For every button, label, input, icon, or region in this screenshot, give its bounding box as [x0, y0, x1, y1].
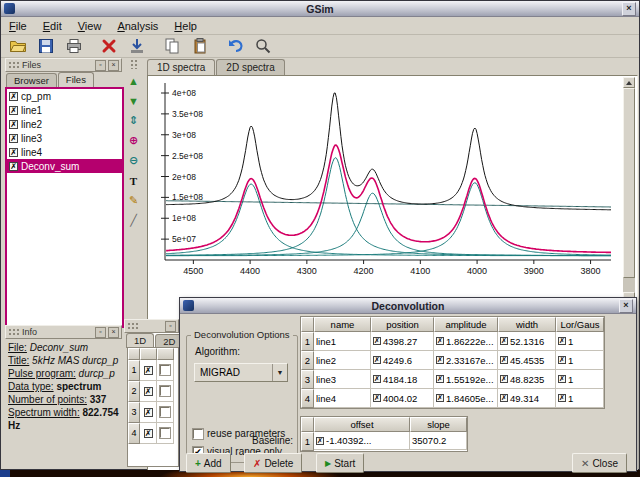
export-button[interactable]	[125, 34, 149, 58]
fix-toggle[interactable]	[558, 356, 566, 364]
fix-toggle[interactable]	[436, 356, 444, 364]
table-row[interactable]: 4 line4 4004.02 1.84605e... 49.314 1	[301, 389, 604, 408]
hide-spectrum-icon[interactable]	[9, 106, 18, 115]
files-dock-header[interactable]: Files	[5, 58, 122, 72]
menu-file[interactable]: File	[1, 19, 35, 33]
reuse-parameters-checkbox[interactable]	[193, 429, 203, 439]
zoom-in-button[interactable]: ⊕	[125, 132, 142, 149]
plot-scrollbar[interactable]	[623, 77, 635, 303]
dock-grip[interactable]	[8, 61, 20, 69]
scale-down-button[interactable]: ▼	[125, 92, 142, 109]
fix-toggle[interactable]	[436, 375, 444, 383]
line-tool-button[interactable]: ╱	[125, 212, 142, 229]
autoscale-button[interactable]: ⇕	[125, 112, 142, 129]
menu-edit[interactable]: Edit	[35, 19, 70, 33]
lorgaus-cell[interactable]: 1	[556, 389, 604, 408]
dock-float-button[interactable]	[95, 327, 106, 338]
dock-grip[interactable]	[130, 59, 138, 69]
scroll-up-button[interactable]	[623, 77, 635, 88]
scrollbar-thumb[interactable]	[623, 88, 635, 278]
table-row[interactable]: 1 -1.40392... 35070.2	[301, 432, 467, 451]
list-item[interactable]: cp_pm	[7, 89, 122, 103]
process-table[interactable]: 1 2 3 4	[127, 347, 179, 467]
hide-spectrum-icon[interactable]	[9, 162, 18, 171]
list-item[interactable]: Deconv_sum	[7, 159, 122, 173]
window-close-button[interactable]	[622, 2, 636, 16]
lorgaus-cell[interactable]: 1	[556, 370, 604, 389]
tab-2d-spectra[interactable]: 2D spectra	[216, 59, 284, 75]
position-cell[interactable]: 4398.27	[371, 332, 434, 351]
baseline-table[interactable]: offset slope 1 -1.40392... 35070.2	[300, 416, 468, 452]
lorgaus-cell[interactable]: 1	[556, 351, 604, 370]
width-cell[interactable]: 49.314	[498, 389, 556, 408]
process-checkbox[interactable]	[160, 386, 170, 396]
table-row[interactable]: 3	[128, 402, 178, 423]
name-cell[interactable]: line4	[314, 389, 371, 408]
list-item[interactable]: line2	[7, 117, 122, 131]
lorgaus-cell[interactable]: 1	[556, 332, 604, 351]
process-toggle[interactable]	[144, 387, 153, 396]
tab-1d-spectra[interactable]: 1D spectra	[147, 59, 215, 75]
fix-toggle[interactable]	[373, 356, 381, 364]
slope-cell[interactable]: 35070.2	[410, 432, 467, 450]
menu-analysis[interactable]: Analysis	[109, 19, 166, 33]
process-checkbox[interactable]	[160, 407, 170, 417]
fix-toggle[interactable]	[373, 394, 381, 402]
zoom-out-button[interactable]: ⊖	[125, 152, 142, 169]
start-button[interactable]: ▶Start	[316, 453, 364, 473]
fix-toggle[interactable]	[316, 437, 324, 445]
width-cell[interactable]: 48.8235	[498, 370, 556, 389]
paste-button[interactable]	[188, 34, 212, 58]
fix-toggle[interactable]	[558, 337, 566, 345]
list-item[interactable]: line1	[7, 103, 122, 117]
process-dock-header[interactable]	[124, 319, 179, 333]
table-row[interactable]: 3 line3 4184.18 1.55192e... 48.8235 1	[301, 370, 604, 389]
name-cell[interactable]: line2	[314, 351, 371, 370]
process-toggle[interactable]	[144, 366, 153, 375]
fix-toggle[interactable]	[558, 375, 566, 383]
add-button[interactable]: +Add	[186, 453, 231, 473]
tab-files[interactable]: Files	[58, 72, 94, 87]
draw-tool-button[interactable]: ✎	[125, 192, 142, 209]
table-row[interactable]: 1 line1 4398.27 1.86222e... 52.1316 1	[301, 332, 604, 351]
peaks-table[interactable]: name position amplitude width Lor/Gaus 1…	[300, 316, 605, 409]
position-cell[interactable]: 4004.02	[371, 389, 434, 408]
position-cell[interactable]: 4249.6	[371, 351, 434, 370]
tab-1d[interactable]: 1D	[126, 333, 154, 348]
hide-spectrum-icon[interactable]	[9, 120, 18, 129]
scale-up-button[interactable]: ▲	[125, 72, 142, 89]
undo-button[interactable]	[223, 34, 247, 58]
menu-help[interactable]: Help	[166, 19, 205, 33]
offset-cell[interactable]: -1.40392...	[314, 432, 410, 450]
process-checkbox[interactable]	[160, 428, 170, 438]
save-button[interactable]	[34, 34, 58, 58]
file-list[interactable]: cp_pm line1 line2 line3 line4 Deconv_sum	[5, 87, 124, 328]
fix-toggle[interactable]	[558, 394, 566, 402]
delete-button[interactable]: ✗Delete	[244, 453, 302, 473]
hide-spectrum-icon[interactable]	[9, 92, 18, 101]
titlebar[interactable]: GSim	[1, 1, 639, 17]
zoom-button[interactable]	[251, 34, 275, 58]
dialog-close-button[interactable]	[619, 299, 633, 313]
dock-close-button[interactable]	[108, 327, 119, 338]
copy-button[interactable]	[160, 34, 184, 58]
info-dock-header[interactable]: Info	[5, 325, 122, 339]
name-cell[interactable]: line1	[314, 332, 371, 351]
amplitude-cell[interactable]: 2.33167e...	[434, 351, 498, 370]
fix-toggle[interactable]	[436, 394, 444, 402]
table-row[interactable]: 1	[128, 360, 178, 381]
open-button[interactable]	[6, 34, 30, 58]
width-cell[interactable]: 52.1316	[498, 332, 556, 351]
close-button[interactable]: ✕Close	[572, 453, 627, 473]
dock-grip[interactable]	[8, 328, 20, 336]
name-cell[interactable]: line3	[314, 370, 371, 389]
fix-toggle[interactable]	[500, 356, 508, 364]
chevron-down-icon[interactable]: ▼	[272, 364, 287, 381]
text-tool-button[interactable]: T	[125, 172, 142, 189]
fix-toggle[interactable]	[500, 394, 508, 402]
table-row[interactable]: 2 line2 4249.6 2.33167e... 45.4535 1	[301, 351, 604, 370]
fix-toggle[interactable]	[500, 375, 508, 383]
process-toggle[interactable]	[144, 408, 153, 417]
width-cell[interactable]: 45.4535	[498, 351, 556, 370]
fix-toggle[interactable]	[373, 337, 381, 345]
